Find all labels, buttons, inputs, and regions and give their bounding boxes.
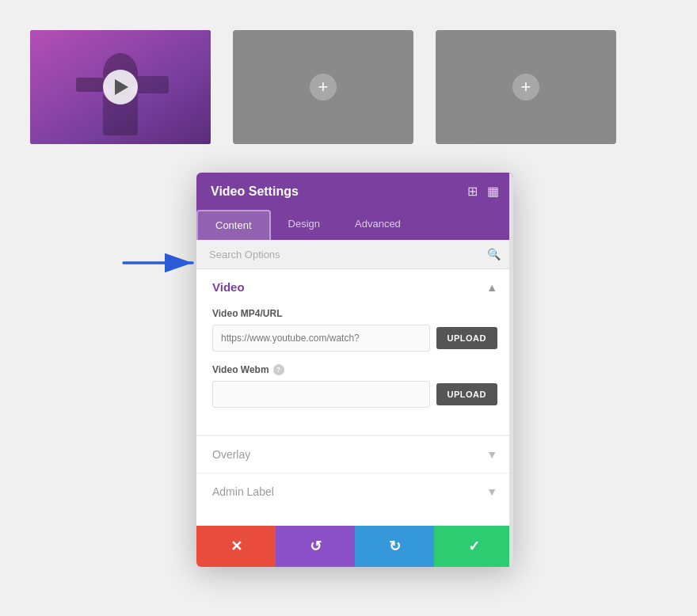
cancel-button[interactable]: ✕: [196, 526, 276, 567]
tab-advanced[interactable]: Advanced: [337, 210, 418, 240]
thumbnails-area: + +: [0, 0, 697, 166]
expand-icon[interactable]: ⊞: [467, 184, 478, 199]
search-bar: Search Options 🔍: [196, 240, 513, 269]
video-mp4-upload-button[interactable]: UPLOAD: [436, 327, 497, 349]
video-preview: [30, 30, 211, 144]
video-section-chevron-up: ▲: [486, 281, 497, 294]
search-icon[interactable]: 🔍: [487, 248, 501, 260]
video-webm-label: Video Webm ?: [212, 364, 497, 375]
video-section-title: Video: [212, 280, 245, 294]
arrow-indicator: [117, 245, 204, 283]
modal-header: Video Settings ⊞ ▦: [196, 173, 513, 210]
thumbnail-3[interactable]: +: [436, 30, 616, 144]
add-media-button-3[interactable]: +: [512, 74, 539, 101]
video-section-header[interactable]: Video ▲: [196, 269, 513, 305]
video-mp4-input[interactable]: [212, 325, 430, 352]
play-icon: [115, 79, 128, 95]
redo-button[interactable]: ↻: [355, 526, 434, 567]
play-button[interactable]: [103, 70, 138, 105]
video-webm-row: UPLOAD: [212, 381, 497, 408]
save-button[interactable]: ✓: [434, 526, 513, 567]
video-webm-input[interactable]: [212, 381, 430, 408]
video-mp4-row: UPLOAD: [212, 325, 497, 352]
search-placeholder-text: Search Options: [209, 249, 280, 260]
body-spacer: [196, 510, 513, 526]
admin-label-chevron-down: ▼: [486, 485, 497, 498]
svg-rect-3: [76, 78, 104, 92]
video-mp4-field: Video MP4/URL UPLOAD: [212, 308, 497, 352]
modal-title: Video Settings: [211, 184, 299, 199]
svg-rect-4: [137, 76, 169, 93]
layout-icon[interactable]: ▦: [487, 184, 499, 199]
undo-button[interactable]: ↺: [276, 526, 355, 567]
video-webm-help-badge[interactable]: ?: [273, 364, 284, 375]
overlay-section-header[interactable]: Overlay ▼: [196, 435, 513, 473]
modal-body: Video ▲ Video MP4/URL UPLOAD: [196, 269, 513, 526]
modal-header-icons: ⊞ ▦: [467, 184, 499, 199]
add-media-button-2[interactable]: +: [310, 74, 337, 101]
arrow-svg: [117, 245, 204, 280]
tab-design[interactable]: Design: [271, 210, 337, 240]
tab-content[interactable]: Content: [196, 210, 271, 240]
thumbnail-1[interactable]: [30, 30, 211, 144]
video-webm-upload-button[interactable]: UPLOAD: [436, 383, 497, 405]
video-settings-modal: Video Settings ⊞ ▦ Content Design Advanc…: [196, 173, 513, 567]
thumbnail-2[interactable]: +: [233, 30, 413, 144]
video-section-content: Video MP4/URL UPLOAD Video Webm ?: [196, 305, 513, 435]
overlay-section-title: Overlay: [212, 448, 250, 461]
tabs-row: Content Design Advanced: [196, 210, 513, 240]
admin-label-section-header[interactable]: Admin Label ▼: [196, 473, 513, 510]
video-section: Video ▲ Video MP4/URL UPLOAD: [196, 269, 513, 435]
overlay-chevron-down: ▼: [486, 448, 497, 461]
admin-label-section-title: Admin Label: [212, 485, 274, 498]
video-mp4-label: Video MP4/URL: [212, 308, 497, 319]
video-webm-field: Video Webm ? UPLOAD: [212, 364, 497, 408]
modal-footer: ✕ ↺ ↻ ✓: [196, 526, 513, 567]
